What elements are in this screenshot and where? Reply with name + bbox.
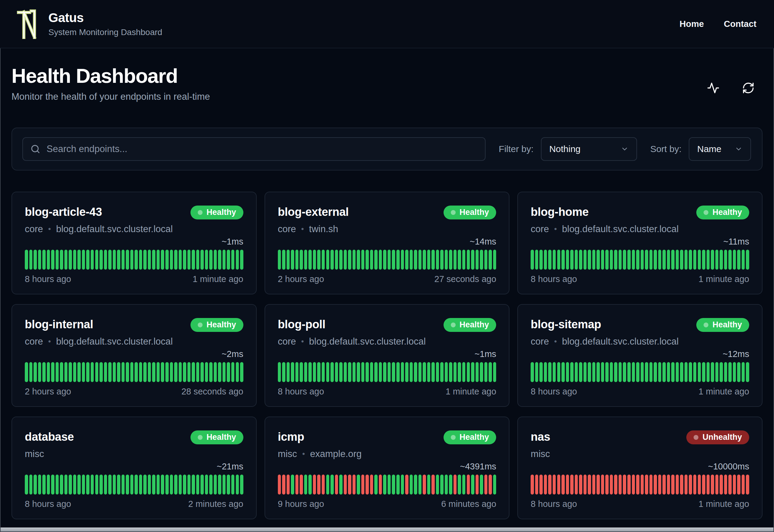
health-bar-up <box>77 362 81 382</box>
search-box[interactable] <box>22 137 486 161</box>
uptime-history-bars[interactable] <box>25 250 243 270</box>
health-bar-up <box>300 250 303 270</box>
status-label: Healthy <box>460 433 489 442</box>
health-bar-up <box>619 362 622 382</box>
health-bar-up <box>557 362 561 382</box>
nav-link-home[interactable]: Home <box>679 19 704 29</box>
health-bar-up <box>584 250 587 270</box>
uptime-history-bars[interactable] <box>278 475 496 495</box>
uptime-history-bars[interactable] <box>531 362 749 382</box>
health-bar-up <box>449 362 452 382</box>
health-bar-down <box>715 475 719 495</box>
health-bar-up <box>108 475 112 495</box>
nav-link-contact[interactable]: Contact <box>724 19 756 29</box>
filter-select[interactable]: Nothing <box>541 137 637 161</box>
uptime-history-bars[interactable] <box>278 362 496 382</box>
health-bar-up <box>724 250 727 270</box>
endpoint-card[interactable]: database Healthy misc ~21ms 8 hours ago … <box>11 417 257 519</box>
health-bar-up <box>313 250 316 270</box>
endpoint-card[interactable]: blog-article-43 Healthy core • blog.defa… <box>11 192 257 294</box>
health-bar-up <box>200 362 204 382</box>
health-bar-up <box>165 250 169 270</box>
health-bar-up <box>480 362 483 382</box>
status-dot-icon <box>451 210 456 215</box>
health-bar-up <box>126 362 129 382</box>
health-bar-up <box>148 362 151 382</box>
health-bar-up <box>308 362 312 382</box>
response-time: ~10000ms <box>531 462 749 472</box>
health-bar-up <box>698 250 701 270</box>
endpoint-meta: misc • example.org <box>278 449 496 459</box>
health-bar-up <box>240 250 243 270</box>
health-bar-up <box>339 475 343 495</box>
endpoint-card[interactable]: blog-external Healthy core • twin.sh ~14… <box>265 192 510 294</box>
health-bar-up <box>25 362 28 382</box>
health-bar-up <box>326 250 330 270</box>
health-bar-up <box>278 250 281 270</box>
health-bar-up <box>724 362 727 382</box>
health-bar-down <box>579 475 582 495</box>
uptime-history-bars[interactable] <box>531 475 749 495</box>
sort-select[interactable]: Name <box>689 137 751 161</box>
status-dot-icon <box>451 435 456 440</box>
endpoint-card[interactable]: blog-sitemap Healthy core • blog.default… <box>517 304 763 407</box>
health-bar-up <box>282 250 285 270</box>
refresh-icon <box>742 82 755 94</box>
endpoint-card[interactable]: blog-poll Healthy core • blog.default.sv… <box>265 304 510 407</box>
status-label: Healthy <box>460 320 489 329</box>
health-bar-up <box>139 362 142 382</box>
endpoint-host: blog.default.svc.cluster.local <box>562 336 679 347</box>
search-input[interactable] <box>47 144 478 154</box>
endpoint-group: core <box>531 336 549 347</box>
endpoint-card[interactable]: nas Unhealthy misc ~10000ms 8 hours ago … <box>517 417 763 519</box>
history-oldest-label: 8 hours ago <box>531 387 577 397</box>
status-dot-icon <box>704 323 708 327</box>
health-bar-up <box>42 475 46 495</box>
status-badge: Healthy <box>190 318 243 332</box>
health-bar-down <box>641 475 644 495</box>
bullet-separator: • <box>301 224 304 234</box>
history-newest-label: 27 seconds ago <box>434 274 496 284</box>
health-bar-up <box>649 362 653 382</box>
status-badge: Healthy <box>190 206 243 219</box>
health-bar-up <box>698 362 701 382</box>
health-bar-up <box>205 475 208 495</box>
health-bar-up <box>227 362 230 382</box>
health-bar-up <box>579 250 582 270</box>
endpoint-card[interactable]: blog-internal Healthy core • blog.defaul… <box>11 304 257 407</box>
health-bar-up <box>401 250 404 270</box>
health-bar-up <box>627 250 631 270</box>
health-bar-up <box>689 250 692 270</box>
endpoint-card[interactable]: blog-home Healthy core • blog.default.sv… <box>517 192 763 294</box>
response-time: ~21ms <box>25 462 243 472</box>
endpoint-meta: core • blog.default.svc.cluster.local <box>278 336 496 347</box>
endpoint-card[interactable]: icmp Healthy misc • example.org ~4391ms … <box>265 417 510 519</box>
health-bar-up <box>685 250 688 270</box>
response-time: ~1ms <box>25 237 243 247</box>
health-bar-down <box>649 475 653 495</box>
health-bar-down <box>553 475 556 495</box>
health-bar-up <box>139 250 142 270</box>
uptime-history-bars[interactable] <box>531 250 749 270</box>
health-bar-up <box>462 475 466 495</box>
activity-button[interactable] <box>707 82 720 94</box>
history-oldest-label: 8 hours ago <box>25 274 71 284</box>
health-bar-up <box>64 250 68 270</box>
health-bar-down <box>535 475 538 495</box>
endpoint-meta: core • blog.default.svc.cluster.local <box>531 336 749 347</box>
uptime-history-bars[interactable] <box>278 250 496 270</box>
health-bar-up <box>579 362 582 382</box>
endpoint-meta: core • blog.default.svc.cluster.local <box>25 224 243 235</box>
uptime-history-bars[interactable] <box>25 362 243 382</box>
health-bar-up <box>484 362 488 382</box>
health-bar-up <box>445 250 448 270</box>
status-label: Healthy <box>460 208 489 217</box>
health-bar-up <box>161 250 164 270</box>
refresh-button[interactable] <box>742 82 755 94</box>
history-newest-label: 1 minute ago <box>446 387 496 397</box>
health-bar-up <box>405 250 408 270</box>
health-bar-up <box>287 250 290 270</box>
health-bar-up <box>209 362 213 382</box>
uptime-history-bars[interactable] <box>25 475 243 495</box>
health-bar-up <box>214 362 217 382</box>
